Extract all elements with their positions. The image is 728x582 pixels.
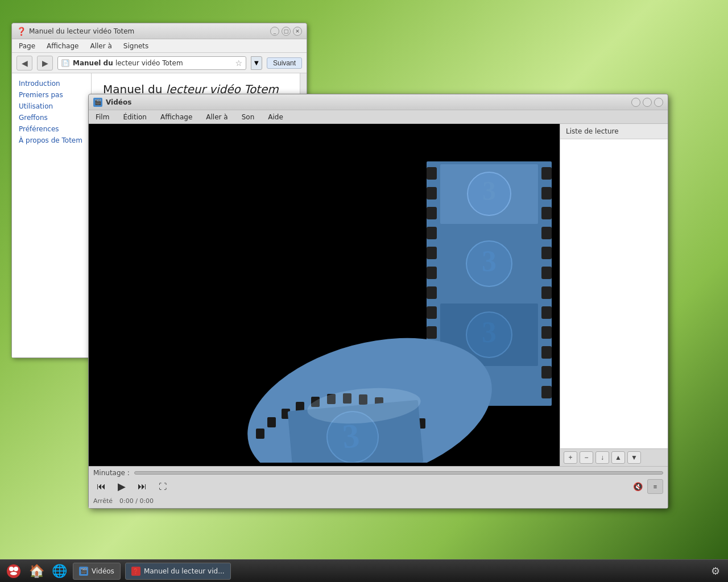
totem-menu-edition[interactable]: Édition — [121, 113, 149, 122]
taskbar-logo-icon — [6, 563, 22, 579]
svg-rect-22 — [541, 346, 552, 359]
svg-rect-7 — [427, 286, 437, 299]
totem-menu-film[interactable]: Film — [93, 113, 111, 122]
help-url-text: Manuel du lecteur vidéo Totem — [73, 59, 231, 67]
help-menu-page[interactable]: Page — [16, 41, 38, 51]
minutage-label: Minutage : — [93, 469, 130, 477]
skip-forward-button[interactable]: ⏭ — [134, 479, 150, 494]
svg-rect-8 — [427, 306, 437, 319]
playlist-remove-button[interactable]: − — [580, 451, 593, 464]
svg-rect-13 — [541, 167, 552, 180]
progress-track[interactable] — [134, 471, 663, 475]
playlist-content[interactable] — [560, 139, 668, 448]
svg-text:3: 3 — [482, 245, 497, 277]
sidebar-item-preferences[interactable]: Préférences — [12, 123, 91, 135]
sidebar-item-introduction[interactable]: Introduction — [12, 78, 91, 89]
taskbar: 🏠 🌐 🎬 Vidéos ❓ Manuel du lecteur vid... … — [0, 559, 728, 582]
totem-window-title: Vidéos — [106, 98, 631, 106]
playback-status: Arrêté — [93, 497, 113, 505]
help-window-title: Manuel du lecteur vidéo Totem — [29, 27, 270, 35]
svg-rect-20 — [541, 306, 552, 319]
film-reel-graphic: 3 3 3 — [91, 127, 557, 463]
taskbar-settings-icon[interactable]: ⚙ — [708, 563, 723, 579]
svg-rect-2 — [427, 187, 437, 199]
fullscreen-button[interactable]: ⛶ — [155, 479, 171, 494]
playback-time: 0:00 / 0:00 — [119, 497, 154, 505]
svg-rect-3 — [427, 207, 437, 219]
totem-menu-aide[interactable]: Aide — [266, 113, 286, 122]
totem-menubar: Film Édition Affichage Aller à Son Aide — [89, 110, 668, 124]
status-row: Arrêté 0:00 / 0:00 — [93, 496, 663, 506]
svg-text:3: 3 — [482, 176, 496, 206]
playlist-toggle-button[interactable]: ≡ — [647, 479, 663, 494]
rewind-button[interactable]: ⏮ — [93, 479, 109, 494]
svg-text:3: 3 — [482, 316, 497, 348]
help-bookmark-star[interactable]: ☆ — [235, 59, 242, 68]
totem-window: 🎬 Vidéos Film Édition Affichage Aller à … — [88, 94, 668, 509]
volume-icon[interactable]: 🔇 — [633, 482, 643, 491]
totem-window-icon: 🎬 — [93, 98, 102, 107]
sidebar-item-greffons[interactable]: Greffons — [12, 112, 91, 123]
taskbar-home-icon[interactable]: 🏠 — [27, 562, 46, 580]
help-forward-button[interactable]: ▶ — [37, 56, 53, 70]
help-menu-aller[interactable]: Aller à — [88, 41, 114, 51]
svg-rect-4 — [427, 227, 437, 239]
taskbar-right: ⚙ — [708, 563, 723, 579]
help-suivant-button[interactable]: Suivant — [267, 57, 302, 69]
totem-body: 3 3 3 — [89, 124, 668, 466]
totem-maximize-button[interactable] — [643, 98, 652, 107]
sidebar-item-premiers-pas[interactable]: Premiers pas — [12, 89, 91, 101]
taskbar-logo[interactable] — [5, 562, 23, 580]
svg-rect-21 — [541, 326, 552, 339]
playlist-controls: + − ↓ ▲ ▼ — [560, 448, 668, 466]
help-sidebar: Introduction Premiers pas Utilisation Gr… — [12, 73, 92, 357]
sidebar-item-utilisation[interactable]: Utilisation — [12, 101, 91, 112]
controls-row: ⏮ ▶ ⏭ ⛶ 🔇 ≡ — [93, 479, 663, 494]
help-toolbar: ◀ ▶ 📄 Manuel du lecteur vidéo Totem ☆ ▼ … — [12, 53, 307, 73]
totem-playlist: Liste de lecture + − ↓ ▲ ▼ — [560, 124, 668, 466]
help-history-dropdown[interactable]: ▼ — [251, 56, 262, 70]
svg-point-66 — [14, 567, 18, 571]
help-window-controls: _ □ ✕ — [270, 27, 302, 36]
taskbar-help-label: Manuel du lecteur vid... — [144, 567, 225, 575]
sidebar-item-apropos[interactable]: À propos de Totem — [12, 135, 91, 146]
help-url-icon: 📄 — [61, 59, 69, 67]
help-maximize-button[interactable]: □ — [282, 27, 291, 36]
playlist-download-button[interactable]: ↓ — [595, 451, 609, 464]
taskbar-network-icon[interactable]: 🌐 — [50, 562, 68, 580]
totem-window-controls — [631, 98, 663, 107]
svg-rect-6 — [427, 267, 437, 279]
help-url-rest: lecteur vidéo Totem — [115, 59, 183, 67]
help-menu-affichage[interactable]: Affichage — [44, 41, 81, 51]
svg-rect-36 — [256, 429, 264, 439]
totem-video-area[interactable]: 3 3 3 — [89, 124, 560, 466]
help-back-button[interactable]: ◀ — [16, 56, 32, 70]
totem-minimize-button[interactable] — [631, 98, 640, 107]
play-button[interactable]: ▶ — [114, 479, 130, 494]
svg-rect-19 — [541, 286, 552, 299]
svg-rect-23 — [541, 366, 552, 379]
help-close-button[interactable]: ✕ — [293, 27, 302, 36]
svg-rect-17 — [541, 247, 552, 259]
svg-rect-15 — [541, 207, 552, 219]
help-minimize-button[interactable]: _ — [270, 27, 279, 36]
help-menu-signets[interactable]: Signets — [121, 41, 151, 51]
playlist-up-button[interactable]: ▲ — [611, 451, 625, 464]
playlist-down-button[interactable]: ▼ — [627, 451, 641, 464]
totem-menu-aller[interactable]: Aller à — [204, 113, 230, 122]
svg-rect-5 — [427, 247, 437, 259]
totem-titlebar: 🎬 Vidéos — [89, 94, 668, 110]
help-url-bold: Manuel du — [73, 59, 115, 67]
totem-menu-affichage[interactable]: Affichage — [158, 113, 195, 122]
svg-rect-18 — [541, 267, 552, 279]
minutage-bar: Minutage : — [93, 469, 663, 477]
taskbar-videos-icon: 🎬 — [79, 567, 88, 576]
taskbar-videos-button[interactable]: 🎬 Vidéos — [73, 563, 121, 580]
totem-close-button[interactable] — [654, 98, 663, 107]
playlist-add-button[interactable]: + — [564, 451, 577, 464]
svg-point-65 — [9, 567, 14, 571]
taskbar-videos-label: Vidéos — [92, 567, 114, 575]
taskbar-help-button[interactable]: ❓ Manuel du lecteur vid... — [125, 563, 231, 580]
totem-menu-son[interactable]: Son — [239, 113, 257, 122]
help-window-icon: ❓ — [16, 27, 26, 36]
